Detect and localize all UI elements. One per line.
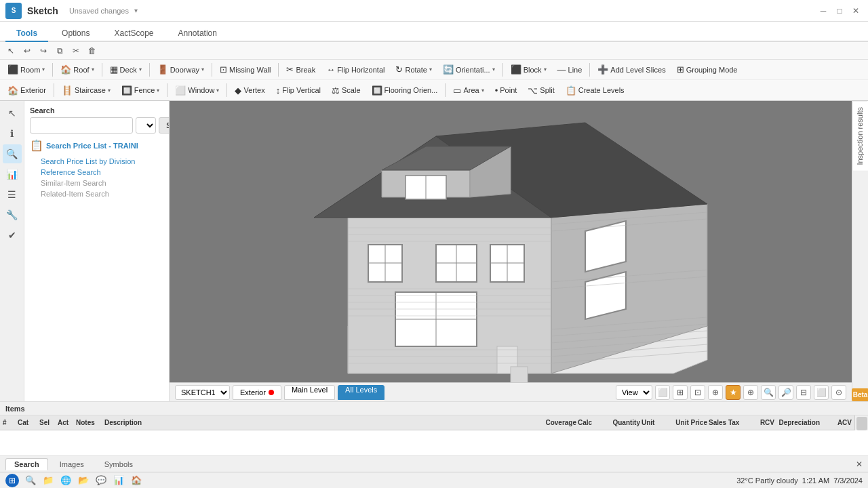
main-level-tab[interactable]: Main Level: [284, 385, 335, 400]
app-logo: S: [5, 3, 22, 19]
all-levels-tab[interactable]: All Levels: [338, 385, 384, 400]
break-tool-btn[interactable]: ✂ Break: [281, 62, 320, 78]
items-table-container: # Cat Sel Act Notes Description Coverage…: [0, 415, 868, 430]
view-btn-grid[interactable]: ⊞: [673, 385, 688, 400]
minimize-button[interactable]: ─: [816, 4, 830, 18]
search-result-item-1[interactable]: Reference Search: [30, 167, 163, 178]
scrollbar-thumb[interactable]: [856, 417, 867, 430]
taskbar-search-icon[interactable]: 🔍: [24, 474, 37, 487]
col-uprice: Unit Price: [667, 419, 707, 426]
unsaved-dropdown-arrow[interactable]: ▾: [134, 7, 138, 14]
sidebar-icon-list[interactable]: ☰: [3, 185, 22, 204]
sidebar-icon-strip: ↖ ℹ 🔍 📊 ☰ 🔧 ✔: [0, 101, 24, 401]
taskbar-app-icon[interactable]: 🏠: [130, 474, 142, 487]
split-btn[interactable]: ⌥ Split: [523, 82, 559, 98]
view-btn-frame[interactable]: ⬜: [814, 385, 829, 400]
inspection-results-tab[interactable]: Inspection results: [853, 101, 868, 171]
bottom-close-btn[interactable]: ✕: [856, 460, 863, 469]
house-svg: [246, 101, 775, 401]
tab-options[interactable]: Options: [51, 26, 100, 42]
scale-btn[interactable]: ⚖ Scale: [327, 82, 366, 98]
bottom-tab-symbols[interactable]: Symbols: [96, 458, 142, 470]
sep10: [226, 83, 227, 97]
tab-tools[interactable]: Tools: [5, 26, 48, 42]
sketch-name-dropdown[interactable]: SKETCH1: [175, 385, 230, 400]
sidebar-icon-search[interactable]: 🔍: [3, 144, 22, 163]
view-btn-box[interactable]: ⊡: [690, 385, 705, 400]
add-level-slices-btn[interactable]: ➕ Add Level Slices: [593, 62, 670, 78]
start-button[interactable]: ⊞: [5, 474, 19, 487]
tab-xactscope[interactable]: XactScope: [103, 26, 164, 42]
view-btn-zoom-in-2[interactable]: 🔍: [761, 385, 776, 400]
sidebar-icon-chart[interactable]: 📊: [3, 165, 22, 184]
taskbar-explorer-icon[interactable]: 📂: [77, 474, 90, 487]
taskbar-whatsapp-icon[interactable]: 💬: [95, 474, 107, 487]
bottom-tab-images[interactable]: Images: [51, 458, 93, 470]
view-btn-zoom-fit[interactable]: ⊟: [796, 385, 811, 400]
exterior-btn[interactable]: 🏠 Exterior: [3, 82, 51, 98]
area-btn[interactable]: ▭ Area ▾: [448, 82, 488, 98]
col-acv: ACV: [821, 419, 852, 426]
vertex-btn[interactable]: ◆ Vertex: [230, 82, 269, 98]
split-label: Split: [540, 86, 554, 94]
add-level-slices-icon: ➕: [597, 64, 608, 75]
roof-tool-btn[interactable]: 🏠 Roof ▾: [56, 62, 98, 78]
items-scrollbar[interactable]: [854, 415, 868, 430]
rotate-btn[interactable]: ↻ Rotate ▾: [391, 62, 436, 78]
search-type-select[interactable]: [136, 117, 156, 134]
room-tool-btn[interactable]: ⬛ Room ▾: [3, 62, 50, 78]
search-button[interactable]: Search ▾: [159, 117, 169, 134]
view-btn-zoom-in-1[interactable]: ⊕: [743, 385, 758, 400]
window-btn[interactable]: ⬜ Window ▾: [170, 82, 224, 98]
search-input[interactable]: [30, 117, 133, 134]
missing-wall-btn[interactable]: ⊡ Missing Wall: [215, 62, 275, 78]
cursor-tool-btn[interactable]: ↖: [4, 44, 18, 58]
search-result-header[interactable]: 📋 Search Price List - TRAINI: [30, 139, 163, 152]
maximize-button[interactable]: □: [833, 4, 846, 18]
flooring-orientation-btn[interactable]: 🔲 Flooring Orien...: [367, 82, 443, 98]
flip-horizontal-btn[interactable]: ↔ Flip Horizontal: [321, 62, 389, 78]
tab-annotation[interactable]: Annotation: [167, 26, 228, 42]
orientation-btn[interactable]: 🔄 Orientati... ▾: [438, 62, 500, 78]
col-hash: #: [3, 419, 16, 426]
grouping-mode-btn[interactable]: ⊞ Grouping Mode: [672, 62, 743, 78]
toolbar-row-2: 🏠 Exterior 🪜 Staircase ▾ 🔲 Fence ▾ ⬜ Win…: [0, 80, 868, 100]
cut-btn[interactable]: ✂: [69, 44, 83, 58]
rotate-label: Rotate: [405, 66, 427, 74]
point-btn[interactable]: • Point: [490, 82, 522, 98]
create-levels-btn[interactable]: 📋 Create Levels: [561, 82, 629, 98]
view-btn-3d[interactable]: ★: [726, 385, 741, 400]
search-result-item-0[interactable]: Search Price List by Division: [30, 156, 163, 167]
fence-btn[interactable]: 🔲 Fence ▾: [117, 82, 165, 98]
sidebar-icon-cursor[interactable]: ↖: [3, 104, 22, 123]
taskbar-files-icon[interactable]: 📁: [42, 474, 54, 487]
line-btn[interactable]: — Line: [553, 62, 587, 78]
view-btn-zoom-out[interactable]: 🔎: [778, 385, 793, 400]
view-select[interactable]: View: [616, 385, 652, 400]
block-btn[interactable]: ⬛ Block ▾: [506, 62, 551, 78]
doorway-tool-btn[interactable]: 🚪 Doorway ▾: [153, 62, 209, 78]
sidebar-icon-info[interactable]: ℹ: [3, 124, 22, 143]
missing-wall-icon: ⊡: [220, 64, 227, 75]
col-cat: Cat: [18, 419, 38, 426]
undo-btn[interactable]: ↩: [20, 44, 34, 58]
view-btn-square[interactable]: ⬜: [655, 385, 670, 400]
bottom-tab-search[interactable]: Search: [5, 458, 48, 470]
inspection-results-label: Inspection results: [856, 107, 864, 165]
taskbar-excel-icon[interactable]: 📊: [113, 474, 125, 487]
view-btn-circle[interactable]: ⊙: [831, 385, 846, 400]
sidebar-icon-check[interactable]: ✔: [3, 226, 22, 245]
exterior-tab[interactable]: Exterior: [233, 385, 281, 400]
canvas-area[interactable]: SKETCH1 Exterior Main Level All Levels V…: [170, 101, 852, 401]
copy-btn[interactable]: ⧉: [53, 44, 66, 58]
deck-tool-btn[interactable]: ▦ Deck ▾: [105, 62, 146, 78]
redo-btn[interactable]: ↪: [37, 44, 50, 58]
vertex-icon: ◆: [235, 85, 241, 96]
view-btn-crosshair[interactable]: ⊕: [708, 385, 723, 400]
sidebar-icon-tools[interactable]: 🔧: [3, 205, 22, 224]
delete-btn[interactable]: 🗑: [85, 44, 99, 58]
close-button[interactable]: ✕: [849, 4, 863, 18]
flip-vertical-btn[interactable]: ↕ Flip Vertical: [271, 82, 326, 98]
staircase-btn[interactable]: 🪜 Staircase ▾: [57, 82, 115, 98]
taskbar-edge-icon[interactable]: 🌐: [60, 474, 72, 487]
